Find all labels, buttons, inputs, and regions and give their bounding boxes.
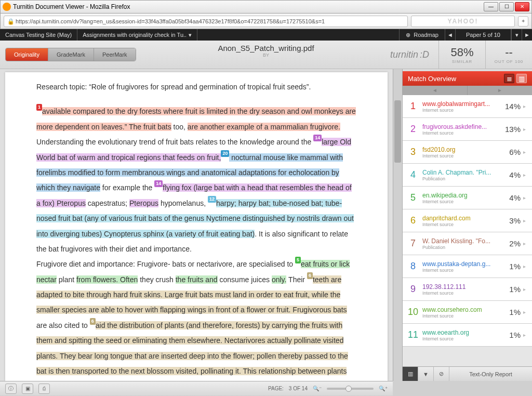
source-row[interactable]: 5en.wikipedia.orgInternet source4%▸ — [403, 187, 532, 209]
tab-originality[interactable]: Originality — [6, 48, 48, 61]
source-row[interactable]: 3fsd2010.orgInternet source6%▸ — [403, 141, 532, 164]
source-number: 3 — [407, 147, 419, 157]
source-type: Internet source — [422, 222, 506, 227]
chevron-right-icon: ▸ — [521, 103, 528, 109]
tab-grademark[interactable]: GradeMark — [48, 48, 94, 61]
source-number: 10 — [407, 307, 419, 318]
match-badge-14b[interactable]: 14 — [154, 180, 163, 187]
search-box[interactable]: YAHOO! — [411, 16, 515, 27]
text-only-report-button[interactable]: Text-Only Report — [449, 371, 532, 377]
source-row[interactable]: 1www.globalwarmingart...Internet source1… — [403, 95, 532, 118]
source-url: www.pustaka-deptan.g... — [422, 260, 506, 268]
zoom-in-button[interactable]: 🔍⁺ — [379, 386, 388, 391]
info-button[interactable]: ⓘ — [5, 384, 17, 394]
crumb-site[interactable]: Canvas Testing Site (May) — [0, 29, 77, 41]
match-badge-12[interactable]: 12 — [208, 196, 216, 203]
source-row[interactable]: 9192.38.112.111Internet source1%▸ — [403, 278, 532, 301]
source-url: frugivorous.askdefine... — [422, 123, 502, 130]
source-row[interactable]: 7W. Daniel Kissling. "Fo...Publication2%… — [403, 232, 532, 255]
match-badge-1[interactable]: 1 — [36, 104, 42, 111]
match-badge-6b[interactable]: 6 — [90, 318, 96, 325]
layers-icon: ▣ — [25, 386, 30, 391]
window-titlebar: Turnitin Document Viewer - Mozilla Firef… — [0, 0, 532, 14]
source-percent: 4% — [506, 170, 521, 179]
paper-pager: Paper 5 of 10 — [455, 29, 511, 41]
source-url: Colin A. Chapman. "Pri... — [422, 169, 506, 176]
chevron-right-icon: ▸ — [521, 126, 528, 132]
source-row[interactable]: 6danpritchard.comInternet source3%▸ — [403, 209, 532, 232]
paper-dropdown[interactable]: ▾ — [511, 29, 522, 41]
score-metric: --OUT OF 100 — [485, 41, 532, 69]
overview-next[interactable]: ► — [468, 86, 532, 95]
url-input[interactable]: 🔒 https://api.turnitin.com/dv?lang=en_us… — [4, 16, 408, 27]
source-number: 2 — [407, 124, 419, 135]
turnitin-logo: turnitin:D — [381, 49, 438, 60]
source-number: 4 — [407, 169, 419, 180]
chevron-right-icon: ▸ — [521, 149, 528, 155]
source-percent: 2% — [506, 239, 521, 248]
source-type: Internet source — [422, 291, 506, 296]
source-type: Publication — [422, 245, 506, 250]
match-badge-14[interactable]: 14 — [313, 135, 322, 141]
zoom-out-button[interactable]: 🔍⁻ — [313, 386, 322, 391]
match-badge-20[interactable]: 20 — [221, 150, 229, 157]
bars-icon: ▥ — [518, 75, 525, 83]
exclude-button[interactable]: ⊘ — [434, 367, 449, 381]
source-url: www.coursehero.com — [422, 306, 506, 313]
mode-tabs: Originality GradeMark PeerMark — [5, 48, 136, 61]
zoom-in-icon: 🔍⁺ — [379, 386, 388, 391]
source-percent: 6% — [506, 148, 521, 156]
minimize-button[interactable]: — — [484, 2, 498, 11]
source-row[interactable]: 10www.coursehero.comInternet source1%▸ — [403, 301, 532, 324]
source-number: 9 — [407, 284, 419, 295]
overview-prev[interactable]: ◄ — [403, 86, 468, 95]
breadcrumb-strip: Canvas Testing Site (May) Assignments wi… — [0, 29, 532, 41]
source-url: danpritchard.com — [422, 215, 506, 222]
match-badge-5[interactable]: 5 — [295, 257, 301, 263]
chevron-right-icon: ▸ — [521, 195, 528, 201]
source-number: 5 — [407, 192, 419, 203]
print-button[interactable]: ⎙ — [38, 384, 50, 394]
view-list-button[interactable]: ≣ — [504, 74, 514, 83]
roadmap-link[interactable]: ⊕Roadmap — [399, 29, 445, 41]
source-percent: 1% — [506, 285, 521, 294]
source-row[interactable]: 11www.eoearth.orgInternet source1%▸ — [403, 324, 532, 347]
close-button[interactable]: ✕ — [515, 2, 529, 11]
paper-next[interactable]: ► — [522, 29, 532, 41]
funnel-icon: ▼ — [423, 371, 429, 377]
research-topic: Research topic: “Role of frugivores for … — [36, 80, 356, 95]
source-percent: 3% — [506, 216, 521, 225]
sources-list: 1www.globalwarmingart...Internet source1… — [403, 95, 532, 366]
similarity-metric: 58%SIMILAR — [438, 41, 485, 69]
document-page: Research topic: “Role of frugivores for … — [5, 72, 388, 381]
zoom-slider[interactable] — [327, 388, 374, 390]
source-row[interactable]: 2frugivorous.askdefine...Internet source… — [403, 118, 532, 141]
paper-footer: ⓘ ▣ ⎙ PAGE: 3 OF 14 🔍⁻ 🔍⁺ — [0, 381, 393, 395]
source-type: Internet source — [422, 130, 502, 136]
doc-title: Anon_S5_Patch_writing.pdf BY — [218, 44, 314, 58]
chevron-right-icon: ▸ — [521, 332, 528, 338]
addon-button[interactable]: ✦ — [518, 16, 528, 27]
page-label: PAGE: — [268, 386, 284, 391]
source-percent: 14% — [502, 102, 521, 111]
layers-button[interactable]: ▣ — [22, 384, 33, 394]
crumb-assignment[interactable]: Assignments with originality check in Tu… — [77, 29, 197, 41]
filter-button[interactable]: ▼ — [418, 367, 434, 381]
paper-viewport: Research topic: “Role of frugivores for … — [0, 69, 393, 381]
source-row[interactable]: 4Colin A. Chapman. "Pri...Publication4%▸ — [403, 164, 532, 187]
maximize-button[interactable]: ☐ — [499, 2, 514, 11]
source-percent: 13% — [502, 125, 521, 134]
source-url: W. Daniel Kissling. "Fo... — [422, 237, 506, 245]
paper-scrollbar[interactable] — [393, 69, 402, 381]
match-badge-6[interactable]: 6 — [307, 272, 313, 279]
match-breakdown-button[interactable]: ▥ — [403, 367, 418, 381]
source-url: www.globalwarmingart... — [422, 100, 502, 108]
source-url: www.eoearth.org — [422, 329, 506, 336]
match-overview-header: Match Overview ≣ ▥ — [403, 71, 532, 86]
paper-prev[interactable]: ◄ — [445, 29, 455, 41]
info-icon: ⓘ — [8, 385, 14, 392]
bars-icon: ▥ — [408, 371, 413, 377]
tab-peermark[interactable]: PeerMark — [94, 48, 136, 61]
view-bars-button[interactable]: ▥ — [516, 74, 527, 83]
source-row[interactable]: 8www.pustaka-deptan.g...Internet source1… — [403, 255, 532, 278]
